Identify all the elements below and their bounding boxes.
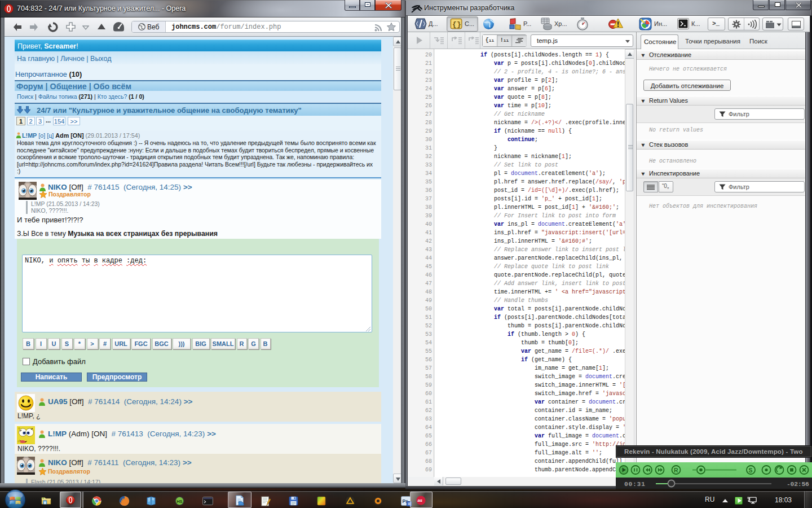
svg-text:HS: HS: [176, 499, 183, 504]
svg-text:as: as: [418, 498, 423, 503]
svg-text:{: {: [452, 20, 457, 29]
svg-text:R: R: [674, 467, 678, 474]
svg-text:S: S: [749, 467, 753, 474]
svg-text:}: }: [457, 20, 461, 29]
